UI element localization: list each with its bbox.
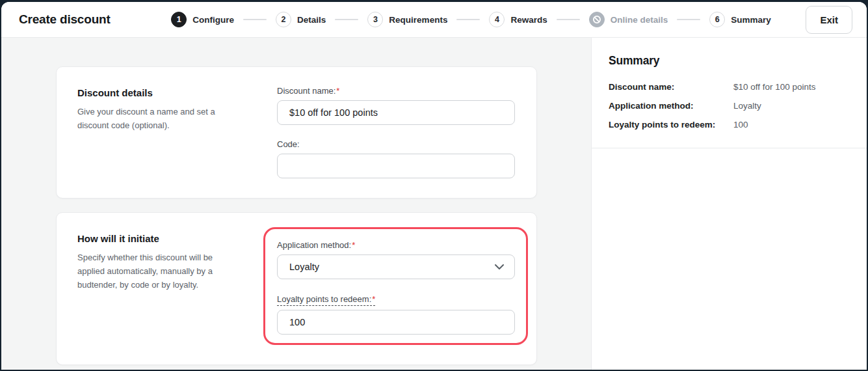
summary-label: Application method: — [609, 101, 733, 111]
step-connector — [677, 19, 700, 20]
step-configure[interactable]: 1 Configure — [171, 12, 234, 27]
step-requirements[interactable]: 3 Requirements — [367, 12, 447, 27]
step-label: Requirements — [389, 15, 447, 25]
summary-sidebar: Summary Discount name: $10 off for 100 p… — [591, 38, 867, 370]
code-input[interactable] — [277, 154, 515, 178]
loyalty-points-input[interactable] — [277, 310, 515, 335]
discount-name-input[interactable] — [277, 100, 515, 125]
step-connector — [456, 19, 480, 20]
application-method-field: Application method:* Loyalty — [277, 239, 515, 279]
summary-row-application-method: Application method: Loyalty — [609, 96, 850, 115]
create-discount-window: Create discount 1 Configure 2 Details 3 … — [1, 2, 867, 370]
step-connector — [557, 19, 580, 20]
wizard-header: Create discount 1 Configure 2 Details 3 … — [1, 2, 867, 38]
chevron-down-icon — [494, 264, 505, 270]
step-summary[interactable]: 6 Summary — [709, 12, 771, 27]
discount-name-label: Discount name:* — [277, 86, 339, 96]
card-title: How will it initiate — [77, 233, 231, 244]
prohibited-icon — [589, 12, 605, 27]
exit-button[interactable]: Exit — [806, 6, 852, 34]
step-number-badge: 1 — [171, 12, 187, 27]
summary-label: Discount name: — [609, 82, 733, 92]
step-number-badge: 4 — [489, 12, 505, 27]
step-number-badge: 3 — [367, 12, 383, 27]
step-connector — [335, 19, 358, 20]
step-connector — [243, 19, 267, 20]
step-label: Configure — [192, 15, 234, 25]
summary-value: $10 off for 100 points — [733, 82, 850, 92]
application-method-label: Application method:* — [277, 240, 355, 250]
wizard-stepper: 1 Configure 2 Details 3 Requirements 4 R… — [150, 12, 793, 27]
loyalty-points-field: Loyalty points to redeem:* — [277, 293, 515, 335]
card-description: Give your discount a name and set a disc… — [77, 105, 231, 132]
step-rewards[interactable]: 4 Rewards — [489, 12, 547, 27]
code-field: Code: — [277, 138, 515, 178]
step-label: Rewards — [510, 15, 547, 25]
form-area: Discount details Give your discount a na… — [1, 38, 591, 370]
step-label: Summary — [731, 15, 771, 25]
summary-value: 100 — [733, 120, 850, 130]
step-label: Details — [297, 15, 326, 25]
application-method-select[interactable]: Loyalty — [277, 254, 515, 279]
step-details[interactable]: 2 Details — [276, 12, 326, 27]
loyalty-points-label: Loyalty points to redeem:* — [277, 294, 375, 306]
required-asterisk: * — [336, 86, 339, 96]
step-online-details: Online details — [589, 12, 668, 27]
loyalty-highlight-ring: Application method:* Loyalty — [263, 227, 528, 345]
summary-row-loyalty-points: Loyalty points to redeem: 100 — [609, 115, 850, 134]
discount-details-card: Discount details Give your discount a na… — [56, 66, 537, 199]
summary-divider — [592, 148, 867, 148]
selected-option: Loyalty — [289, 262, 319, 272]
required-asterisk: * — [372, 294, 375, 304]
code-label: Code: — [277, 139, 300, 149]
discount-name-field: Discount name:* — [277, 85, 515, 125]
step-number-badge: 6 — [709, 12, 725, 27]
step-number-badge: 2 — [276, 12, 291, 27]
card-title: Discount details — [77, 87, 231, 98]
card-description: Specify whether this discount will be ap… — [77, 251, 231, 292]
required-asterisk: * — [352, 240, 355, 250]
summary-title: Summary — [609, 54, 850, 68]
summary-label: Loyalty points to redeem: — [609, 120, 733, 130]
initiation-card: How will it initiate Specify whether thi… — [56, 212, 537, 365]
summary-value: Loyalty — [733, 101, 850, 111]
summary-row-discount-name: Discount name: $10 off for 100 points — [609, 77, 850, 96]
page-title: Create discount — [19, 12, 111, 27]
step-label: Online details — [611, 15, 668, 25]
